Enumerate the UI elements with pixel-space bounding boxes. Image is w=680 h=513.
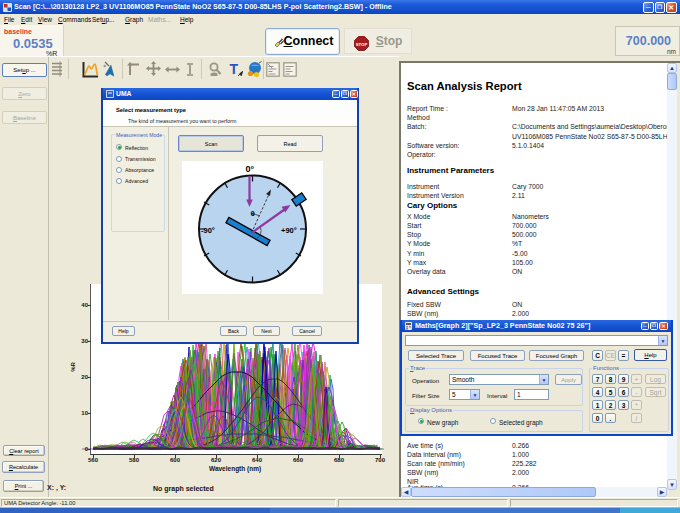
svg-text:0°: 0° — [246, 164, 255, 174]
svg-text:+90°: +90° — [281, 226, 297, 235]
svg-text:θ: θ — [251, 209, 255, 218]
svg-text:STOP: STOP — [356, 42, 368, 47]
svg-text:T: T — [230, 61, 239, 77]
svg-text:-90°: -90° — [201, 226, 215, 235]
